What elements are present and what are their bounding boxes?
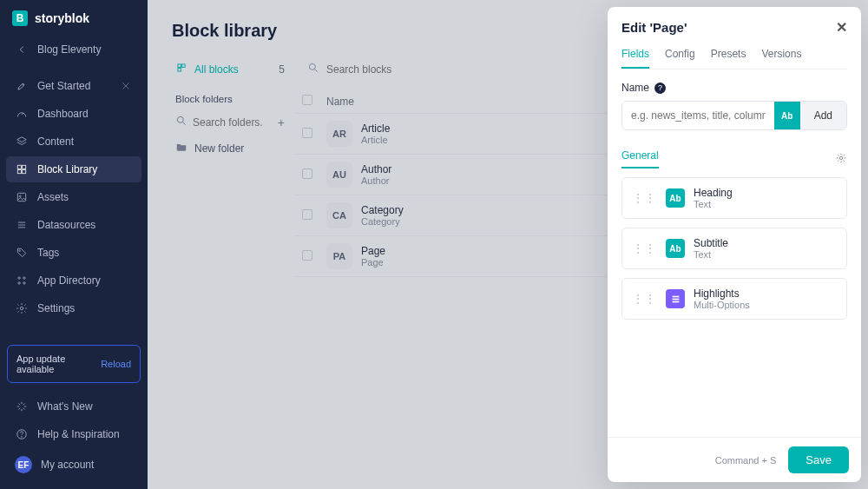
drag-handle-icon[interactable]: ⋮⋮ [633, 192, 657, 204]
rocket-icon [15, 80, 29, 92]
gear-icon [15, 302, 29, 314]
field-type-chip[interactable]: Ab [774, 102, 800, 129]
sidebar-item-label: My account [41, 459, 94, 471]
close-icon[interactable] [119, 80, 133, 92]
sidebar-item-label: Settings [37, 302, 75, 314]
sidebar-item-tags[interactable]: Tags [6, 240, 141, 266]
svg-point-7 [19, 250, 20, 251]
tab-config[interactable]: Config [665, 48, 695, 69]
sidebar-item-label: Dashboard [37, 108, 89, 120]
main: Block library All blocks 5 Block folders… [148, 0, 868, 489]
svg-rect-2 [23, 165, 26, 169]
list-icon [15, 219, 29, 231]
field-type: Text [694, 249, 728, 260]
sidebar-item-settings[interactable]: Settings [6, 295, 141, 321]
sidebar-item-get-started[interactable]: Get Started [6, 73, 141, 99]
avatar: EF [15, 456, 32, 473]
sidebar-item-account[interactable]: EF My account [6, 449, 141, 480]
drag-handle-icon[interactable]: ⋮⋮ [633, 242, 657, 254]
sidebar-back-label: Blog Eleventy [37, 43, 101, 56]
blocks-icon [15, 163, 29, 175]
sidebar-item-content[interactable]: Content [6, 129, 141, 155]
sidebar-item-datasources[interactable]: Datasources [6, 212, 141, 238]
svg-rect-1 [17, 165, 21, 169]
drawer-tabs: FieldsConfigPresetsVersions [621, 48, 847, 69]
sidebar-item-dashboard[interactable]: Dashboard [6, 101, 141, 127]
help-icon[interactable]: ? [654, 83, 666, 94]
field-card[interactable]: ⋮⋮☰HighlightsMulti-Options [621, 278, 847, 320]
field-name: Highlights [694, 287, 750, 300]
gauge-icon [15, 108, 29, 120]
layers-icon [15, 135, 29, 148]
gear-icon[interactable] [835, 152, 847, 167]
svg-point-9 [23, 277, 25, 279]
tab-fields[interactable]: Fields [621, 48, 649, 69]
field-name: Subtitle [694, 237, 728, 249]
field-type-icon: Ab [666, 239, 685, 258]
field-name: Heading [694, 187, 733, 199]
tag-icon [15, 247, 29, 259]
sidebar-back[interactable]: Blog Eleventy [6, 36, 141, 63]
svg-point-8 [18, 277, 20, 279]
field-name-input[interactable] [622, 102, 774, 129]
section-name[interactable]: General [621, 149, 659, 169]
sparkle-icon [15, 400, 29, 413]
brand: B storyblok [0, 0, 148, 36]
svg-point-6 [19, 195, 21, 197]
svg-point-14 [22, 437, 23, 438]
update-text: App update available [16, 354, 101, 374]
brand-name: storyblok [35, 11, 89, 25]
svg-point-10 [18, 282, 20, 284]
tab-versions[interactable]: Versions [761, 48, 801, 69]
field-type-icon: Ab [666, 188, 685, 208]
sidebar-item-label: Assets [37, 191, 69, 203]
sidebar: B storyblok Blog Eleventy Get Started Da… [0, 0, 148, 489]
image-icon [15, 191, 29, 203]
tab-presets[interactable]: Presets [711, 48, 746, 69]
field-type-icon: ☰ [666, 289, 685, 308]
sidebar-item-label: Content [37, 135, 74, 148]
sidebar-item-label: Get Started [37, 80, 90, 92]
svg-rect-3 [17, 170, 21, 174]
brand-logo: B [12, 10, 28, 26]
arrow-left-icon [15, 43, 29, 56]
field-card[interactable]: ⋮⋮AbSubtitleText [621, 228, 847, 269]
shortcut-hint: Command + S [715, 455, 777, 466]
reload-link[interactable]: Reload [101, 359, 131, 369]
field-card[interactable]: ⋮⋮AbHeadingText [621, 177, 847, 219]
sidebar-item-whats-new[interactable]: What's New [6, 393, 141, 420]
sidebar-item-label: Tags [37, 247, 59, 259]
sidebar-item-block-library[interactable]: Block Library [6, 156, 141, 182]
sidebar-item-label: Help & Inspiration [37, 428, 120, 440]
name-label: Name [621, 82, 649, 94]
help-icon [15, 428, 29, 440]
svg-rect-4 [23, 170, 26, 174]
sidebar-item-label: Block Library [37, 163, 97, 175]
svg-point-20 [839, 156, 843, 160]
field-type: Multi-Options [694, 300, 750, 310]
sidebar-item-assets[interactable]: Assets [6, 184, 141, 210]
sidebar-item-app-directory[interactable]: App Directory [6, 268, 141, 294]
save-button[interactable]: Save [788, 446, 849, 473]
svg-point-12 [20, 307, 23, 310]
close-icon[interactable]: ✕ [836, 19, 847, 36]
field-type: Text [694, 199, 733, 209]
name-input-group: Ab Add [621, 101, 847, 130]
svg-point-11 [23, 282, 25, 284]
sidebar-item-label: Datasources [37, 219, 95, 231]
svg-rect-5 [17, 193, 25, 201]
sidebar-item-help[interactable]: Help & Inspiration [6, 421, 141, 447]
drag-handle-icon[interactable]: ⋮⋮ [633, 293, 657, 305]
apps-icon [15, 274, 29, 287]
sidebar-item-label: What's New [37, 400, 93, 413]
drawer-title: Edit 'Page' [621, 20, 687, 35]
update-banner: App update available Reload [7, 345, 141, 383]
edit-drawer: Edit 'Page' ✕ FieldsConfigPresetsVersion… [608, 7, 861, 482]
add-field-button[interactable]: Add [800, 102, 846, 129]
sidebar-item-label: App Directory [37, 274, 101, 287]
